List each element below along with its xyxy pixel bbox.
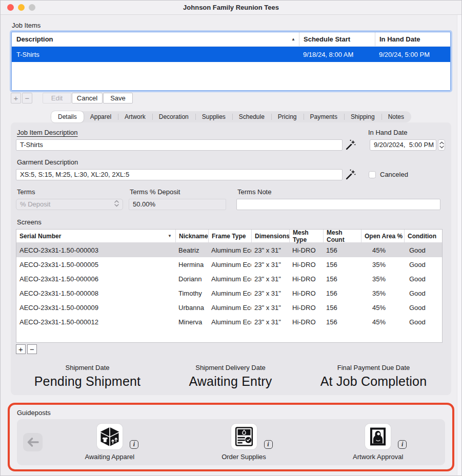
screens-cell: Hi-DRO	[289, 261, 323, 268]
tab-artwork[interactable]: Artwork	[118, 111, 152, 122]
terms-deposit-field[interactable]: 50.00%	[129, 199, 226, 210]
magic-wand-icon[interactable]	[345, 169, 356, 180]
tab-apparel[interactable]: Apparel	[84, 111, 118, 122]
window-scrollbar-track[interactable]	[457, 15, 461, 475]
job-items-table: Description ▲ Schedule Start In Hand Dat…	[11, 32, 451, 91]
tab-supplies[interactable]: Supplies	[195, 111, 232, 122]
main-content: Job Items Description ▲ Schedule Start I…	[1, 22, 461, 471]
screens-cell: 23" x 31"	[251, 318, 289, 326]
package-box-icon[interactable]	[97, 424, 123, 449]
remove-job-item-button[interactable]: −	[22, 93, 32, 104]
dropdown-chevrons-icon	[114, 200, 119, 209]
shipment-date-label: Shipment Date	[16, 364, 159, 371]
screens-cell: Aluminum Eco	[208, 318, 251, 326]
guidepost-order-supplies[interactable]: i Order Supplies	[177, 424, 311, 461]
edit-button-disabled: Edit	[43, 93, 71, 104]
screens-cell: 23" x 31"	[251, 289, 289, 297]
column-header-label: Dimensions	[255, 233, 290, 240]
screens-column-header[interactable]: Nickname	[175, 230, 208, 242]
back-button[interactable]	[23, 433, 43, 451]
screens-cell: Good	[404, 275, 442, 283]
column-header-in-hand-date[interactable]: In Hand Date	[375, 32, 450, 46]
job-item-row-selected[interactable]: T-Shirts 9/18/24, 8:00 AM 9/20/24, 5:00 …	[12, 47, 450, 62]
column-header-schedule-start[interactable]: Schedule Start	[299, 32, 375, 46]
chevron-up-icon	[439, 141, 444, 144]
add-job-item-button[interactable]: +	[11, 93, 21, 104]
column-header-label: Serial Number	[19, 233, 61, 240]
screens-cell: Timothy	[175, 289, 208, 297]
tab-shipping[interactable]: Shipping	[344, 111, 381, 122]
job-item-description-cell: T-Shirts	[12, 47, 299, 62]
screens-cell: 156	[323, 261, 361, 268]
screens-cell: 45%	[361, 304, 404, 312]
job-item-description-label: Job Item Description	[17, 129, 78, 137]
screens-cell: Good	[404, 318, 442, 326]
screens-cell: Aluminum Eco	[208, 289, 251, 297]
in-hand-date-input[interactable]: 9/20/2024, 5:00 PM	[370, 139, 436, 151]
supplies-order-icon[interactable]	[231, 424, 257, 449]
terms-note-input[interactable]	[236, 199, 440, 210]
info-icon[interactable]: i	[264, 440, 273, 449]
screens-table-body: AECO-23x31-1.50-000003BeatrizAluminum Ec…	[16, 243, 442, 329]
tab-pricing[interactable]: Pricing	[271, 111, 304, 122]
screens-row[interactable]: AECO-23x31-1.50-000009UrbannaAluminum Ec…	[16, 300, 442, 315]
screens-row[interactable]: AECO-23x31-1.50-000012MinervaAluminum Ec…	[16, 315, 442, 329]
screens-column-header[interactable]: Open Area %	[361, 230, 404, 242]
screens-cell: 156	[323, 246, 361, 254]
add-screen-button[interactable]: +	[16, 344, 26, 354]
tab-schedule[interactable]: Schedule	[232, 111, 271, 122]
screens-row[interactable]: AECO-23x31-1.50-000003BeatrizAluminum Ec…	[16, 243, 442, 257]
terms-dropdown[interactable]: % Deposit	[16, 199, 123, 210]
garment-description-input[interactable]: XS:5, S:15, M:25, L:30, XL:20, 2XL:5	[16, 169, 343, 180]
screens-column-header[interactable]: Condition	[404, 230, 442, 242]
column-header-description[interactable]: Description ▲	[12, 32, 299, 46]
screens-column-header[interactable]: Mesh Count	[323, 230, 361, 242]
column-header-label: Mesh Count	[327, 229, 361, 243]
screens-cell: Minerva	[175, 318, 208, 326]
canceled-label: Canceled	[380, 171, 408, 178]
save-button[interactable]: Save	[103, 93, 133, 104]
close-button[interactable]	[7, 4, 14, 11]
screens-column-header[interactable]: Serial Number▼	[16, 230, 175, 242]
guidepost-artwork-approval[interactable]: i Artwork Approval	[311, 424, 445, 461]
column-header-label: Description	[16, 35, 53, 43]
terms-label: Terms	[17, 188, 124, 196]
screens-row[interactable]: AECO-23x31-1.50-000008TimothyAluminum Ec…	[16, 286, 442, 300]
minimize-button[interactable]	[18, 4, 25, 11]
screens-cell: Aluminum Eco	[208, 275, 251, 283]
traffic-lights	[7, 4, 35, 11]
screens-column-header[interactable]: Dimensions	[251, 230, 289, 242]
screens-row[interactable]: AECO-23x31-1.50-000005HerminaAluminum Ec…	[16, 257, 442, 272]
guidepost-awaiting-apparel[interactable]: i Awaiting Apparel	[43, 424, 177, 461]
tab-notes[interactable]: Notes	[381, 111, 411, 122]
app-window: Johnson Family Reunion Tees Job Items De…	[0, 0, 462, 476]
screens-cell: Good	[404, 304, 442, 312]
canceled-checkbox[interactable]	[369, 171, 376, 178]
screens-row[interactable]: AECO-23x31-1.50-000006DoriannAluminum Ec…	[16, 272, 442, 286]
screens-cell: 45%	[361, 318, 404, 326]
info-icon[interactable]: i	[398, 440, 407, 449]
screens-cell: Hi-DRO	[289, 275, 323, 283]
tab-decoration[interactable]: Decoration	[152, 111, 195, 122]
garment-description-label: Garment Description	[17, 158, 78, 167]
tab-details[interactable]: Details	[51, 111, 84, 122]
screens-cell: Aluminum Eco	[208, 246, 251, 254]
framed-artwork-icon[interactable]	[365, 424, 391, 449]
info-icon[interactable]: i	[130, 440, 138, 449]
screens-column-header[interactable]: Mesh Type	[289, 230, 323, 242]
screens-cell: Good	[404, 246, 442, 254]
magic-wand-icon[interactable]	[345, 139, 356, 151]
screens-cell: 23" x 31"	[251, 246, 289, 254]
tab-payments[interactable]: Payments	[304, 111, 344, 122]
tab-bar: DetailsApparelArtworkDecorationSuppliesS…	[51, 111, 411, 122]
date-stepper-control[interactable]	[438, 139, 445, 151]
screens-column-header[interactable]: Frame Type	[208, 230, 251, 242]
screens-empty-area	[16, 329, 442, 342]
job-item-description-input[interactable]: T-Shirts	[16, 139, 343, 151]
chevron-down-icon	[439, 146, 444, 149]
column-header-label: In Hand Date	[379, 35, 420, 43]
remove-screen-button[interactable]: −	[27, 344, 37, 354]
cancel-button[interactable]: Cancel	[72, 93, 103, 104]
screens-cell: Urbanna	[175, 304, 208, 312]
screens-header-row: Serial Number▼NicknameFrame TypeDimensio…	[16, 230, 442, 243]
